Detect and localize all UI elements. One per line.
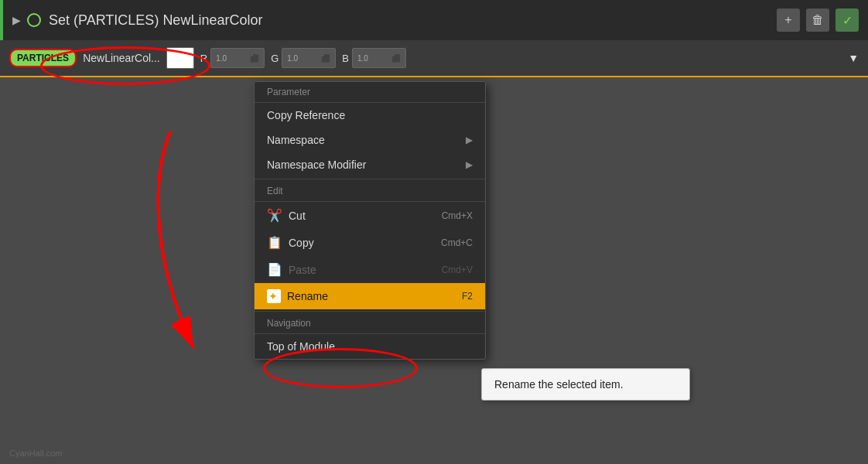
b-label: B xyxy=(342,53,349,64)
param-name: NewLinearCol... xyxy=(83,52,160,64)
dropdown-arrow[interactable]: ▼ xyxy=(848,52,859,64)
menu-copy-reference[interactable]: Copy Reference xyxy=(255,103,485,128)
context-menu: Parameter Copy Reference Namespace ▶ Nam… xyxy=(254,81,486,360)
cut-label: Cut xyxy=(289,210,306,222)
g-input[interactable]: 1.0⬛ xyxy=(282,48,336,68)
content-row: PARTICLES NewLinearCol... R 1.0⬛ G 1.0⬛ … xyxy=(0,40,868,77)
header-bar: ▶ Set (PARTICLES) NewLinearColor + 🗑 ✓ xyxy=(0,0,868,40)
rename-label: Rename xyxy=(287,290,328,302)
paste-shortcut: Cmd+V xyxy=(442,264,473,275)
menu-paste[interactable]: 📄 Paste Cmd+V xyxy=(255,256,485,283)
watermark: CyanHall.com xyxy=(9,449,62,458)
rename-icon xyxy=(267,289,281,303)
particles-badge[interactable]: PARTICLES xyxy=(9,49,77,67)
namespace-label: Namespace xyxy=(267,134,325,146)
color-swatch[interactable] xyxy=(166,47,194,69)
menu-top-of-module[interactable]: Top of Module xyxy=(255,334,485,359)
b-field: B 1.0⬛ xyxy=(342,48,406,68)
top-of-module-label: Top of Module xyxy=(267,340,335,353)
copy-icon: 📋 xyxy=(267,235,282,250)
menu-copy[interactable]: 📋 Copy Cmd+C xyxy=(255,229,485,256)
delete-button[interactable]: 🗑 xyxy=(806,9,829,32)
tooltip-text: Rename the selected item. xyxy=(494,378,624,391)
annotation-arrow xyxy=(108,108,279,371)
copy-reference-label: Copy Reference xyxy=(267,109,345,121)
namespace-modifier-label: Namespace Modifier xyxy=(267,159,366,171)
paste-label: Paste xyxy=(289,264,316,276)
r-label: R xyxy=(200,53,207,64)
section-navigation: Navigation xyxy=(255,313,485,334)
r-input[interactable]: 1.0⬛ xyxy=(210,48,265,68)
copy-shortcut: Cmd+C xyxy=(441,237,473,248)
menu-rename[interactable]: Rename F2 xyxy=(255,283,485,309)
cut-shortcut: Cmd+X xyxy=(442,210,473,221)
divider-2 xyxy=(255,311,485,312)
header-actions: + 🗑 ✓ xyxy=(777,9,859,32)
r-field: R 1.0⬛ xyxy=(200,48,265,68)
menu-cut[interactable]: ✂️ Cut Cmd+X xyxy=(255,202,485,229)
section-parameter: Parameter xyxy=(255,82,485,103)
tooltip: Rename the selected item. xyxy=(481,368,690,401)
section-edit: Edit xyxy=(255,181,485,202)
b-input[interactable]: 1.0⬛ xyxy=(352,48,406,68)
collapse-arrow[interactable]: ▶ xyxy=(12,14,21,26)
menu-namespace-modifier[interactable]: Namespace Modifier ▶ xyxy=(255,152,485,177)
g-label: G xyxy=(271,53,279,64)
namespace-arrow: ▶ xyxy=(466,135,473,145)
paste-icon: 📄 xyxy=(267,262,282,277)
namespace-modifier-arrow: ▶ xyxy=(466,159,473,170)
menu-namespace[interactable]: Namespace ▶ xyxy=(255,128,485,152)
header-title: Set (PARTICLES) NewLinearColor xyxy=(49,12,777,29)
rename-shortcut: F2 xyxy=(462,291,473,302)
divider-1 xyxy=(255,179,485,179)
status-circle xyxy=(27,13,41,27)
copy-label: Copy xyxy=(289,237,314,249)
check-button[interactable]: ✓ xyxy=(836,9,859,32)
cut-icon: ✂️ xyxy=(267,208,282,223)
g-field: G 1.0⬛ xyxy=(271,48,336,68)
add-button[interactable]: + xyxy=(777,9,800,32)
